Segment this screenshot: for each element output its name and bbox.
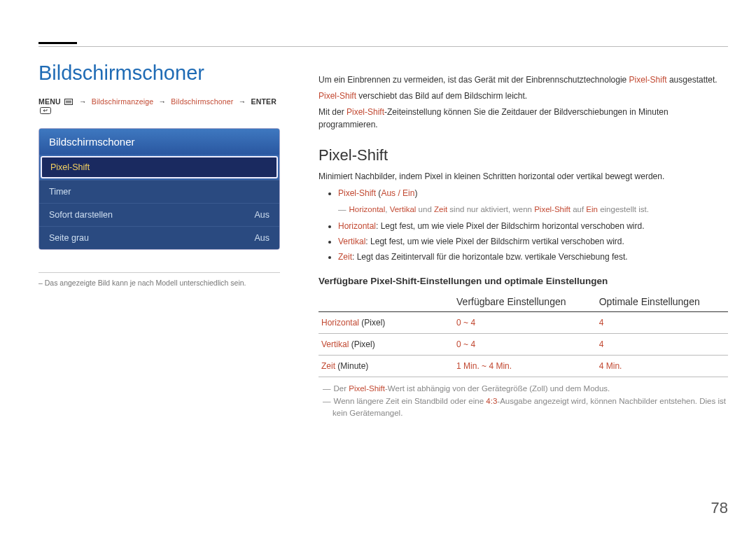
page-number: 78 [711, 499, 728, 517]
dash-icon: ― [323, 384, 331, 393]
left-column: Bildschirmschoner MENU → Bildschirmanzei… [38, 62, 280, 287]
row-opt: 4 [596, 312, 728, 334]
text: verschiebt das Bild auf dem Bildschirm l… [356, 91, 527, 101]
term-pixel-shift: Pixel-Shift [629, 75, 667, 85]
top-rule [38, 46, 728, 47]
row-unit: (Pixel) [359, 318, 385, 328]
dash-icon: ― [338, 205, 346, 213]
row-term: Horizontal [321, 318, 359, 328]
breadcrumb-path2: Bildschirmschoner [171, 97, 233, 106]
row-term: Vertikal [321, 339, 349, 349]
osd-item-label: Seite grau [49, 233, 89, 243]
text: : Legt fest, um wie viele Pixel der Bild… [376, 221, 645, 231]
section-heading-pixel-shift: Pixel-Shift [318, 146, 728, 164]
term: Zeit [434, 205, 447, 213]
row-avail: 0 ~ 4 [454, 334, 596, 356]
bullet-option: Pixel-Shift (Aus / Ein) [338, 187, 728, 199]
term: Vertikal [338, 237, 365, 246]
text: sind nur aktiviert, wenn [447, 205, 534, 213]
bullet-list: Pixel-Shift (Aus / Ein) [338, 187, 728, 199]
row-term: Zeit [321, 361, 335, 371]
row-opt: 4 Min. [596, 356, 728, 377]
term: Pixel-Shift [534, 205, 570, 213]
text: auf [570, 205, 586, 213]
text: eingestellt ist. [598, 205, 649, 213]
row-opt: 4 [596, 334, 728, 356]
breadcrumb-enter-label: ENTER [251, 97, 277, 106]
osd-item-label: Pixel-Shift [50, 162, 90, 172]
intro-p1: Um ein Einbrennen zu vermeiden, ist das … [318, 73, 728, 86]
osd-menu-title: Bildschirmschoner [39, 129, 279, 155]
term: Zeit [338, 252, 352, 262]
table-row: Horizontal (Pixel) 0 ~ 4 4 [318, 312, 728, 334]
left-divider [38, 272, 280, 273]
term-pixel-shift: Pixel-Shift [346, 107, 384, 117]
enter-icon [40, 107, 51, 115]
breadcrumb-arrow: → [79, 97, 87, 106]
intro-p2: Pixel-Shift verschiebt das Bild auf dem … [318, 90, 728, 102]
dash-icon: ― [323, 397, 331, 405]
section-note: ―Horizontal, Vertikal und Zeit sind nur … [338, 204, 728, 216]
bullet-vertikal: Vertikal: Legt fest, um wie viele Pixel … [338, 235, 728, 248]
bullet-list: Horizontal: Legt fest, um wie viele Pixe… [338, 220, 728, 263]
row-unit: (Pixel) [349, 339, 374, 349]
breadcrumb: MENU → Bildschirmanzeige → Bildschirmsch… [38, 97, 280, 115]
osd-item-label: Sofort darstellen [49, 210, 113, 220]
bullet-horizontal: Horizontal: Legt fest, um wie viele Pixe… [338, 220, 728, 232]
osd-menu: Bildschirmschoner Pixel-Shift Timer Sofo… [38, 128, 280, 250]
osd-item-sofort-darstellen[interactable]: Sofort darstellen Aus [39, 203, 279, 226]
text: Um ein Einbrennen zu vermeiden, ist das … [318, 75, 629, 85]
breadcrumb-arrow: → [239, 97, 246, 106]
osd-item-timer[interactable]: Timer [39, 180, 279, 203]
text: -Wert ist abhängig von der Gerätegröße (… [385, 384, 610, 393]
osd-caption: Das angezeigte Bild kann je nach Modell … [38, 279, 280, 287]
text: Der [334, 384, 349, 393]
term: Horizontal [338, 221, 376, 231]
text: : Legt das Zeitintervall für die horizon… [352, 252, 628, 262]
table-col1: Verfügbare Einstellungen [454, 292, 596, 312]
option-values: Aus / Ein [381, 188, 414, 198]
text: Mit der [318, 107, 346, 117]
term: Horizontal [349, 205, 386, 213]
term: Ein [586, 205, 598, 213]
bullet-zeit: Zeit: Legt das Zeitintervall für die hor… [338, 251, 728, 263]
term: 4:3 [486, 397, 497, 405]
footnotes: ―Der Pixel-Shift-Wert ist abhängig von d… [318, 383, 728, 419]
text: : Legt fest, um wie viele Pixel der Bild… [365, 237, 624, 246]
intro-p3: Mit der Pixel-Shift-Zeiteinstellung könn… [318, 106, 728, 131]
breadcrumb-path1: Bildschirmanzeige [92, 97, 154, 106]
osd-item-pixel-shift[interactable]: Pixel-Shift [41, 156, 278, 178]
term-pixel-shift: Pixel-Shift [318, 91, 356, 101]
osd-item-value: Aus [254, 233, 270, 243]
table-row: Zeit (Minute) 1 Min. ~ 4 Min. 4 Min. [318, 356, 728, 377]
top-rule-short [38, 42, 77, 44]
text: ) [414, 188, 417, 198]
text: Wenn längere Zeit ein Standbild oder ein… [334, 397, 486, 405]
table-row: Vertikal (Pixel) 0 ~ 4 4 [318, 334, 728, 356]
row-avail: 1 Min. ~ 4 Min. [454, 356, 596, 377]
right-column: Um ein Einbrennen zu vermeiden, ist das … [318, 70, 728, 419]
row-avail: 0 ~ 4 [454, 312, 596, 334]
page-title: Bildschirmschoner [38, 62, 280, 85]
term-pixel-shift: Pixel-Shift [338, 188, 376, 198]
text: und [416, 205, 434, 213]
term: Vertikal [390, 205, 416, 213]
section-desc: Minimiert Nachbilder, indem Pixel in kle… [318, 170, 728, 183]
footnote-2: ―Wenn längere Zeit ein Standbild oder ei… [318, 395, 728, 420]
footnote-1: ―Der Pixel-Shift-Wert ist abhängig von d… [318, 383, 728, 395]
menu-icon [64, 98, 73, 106]
table-col2: Optimale Einstellungen [596, 292, 728, 312]
term: Pixel-Shift [349, 384, 385, 393]
text: ausgestattet. [667, 75, 718, 85]
settings-table: Verfügbare Einstellungen Optimale Einste… [318, 292, 728, 377]
osd-item-seite-grau[interactable]: Seite grau Aus [39, 226, 279, 249]
breadcrumb-menu-label: MENU [38, 97, 61, 106]
row-unit: (Minute) [335, 361, 368, 371]
breadcrumb-arrow: → [159, 97, 167, 106]
table-col0 [318, 292, 454, 312]
osd-item-label: Timer [49, 187, 71, 197]
table-heading: Verfügbare Pixel-Shift-Einstellungen und… [318, 276, 728, 286]
osd-item-value: Aus [254, 210, 270, 220]
